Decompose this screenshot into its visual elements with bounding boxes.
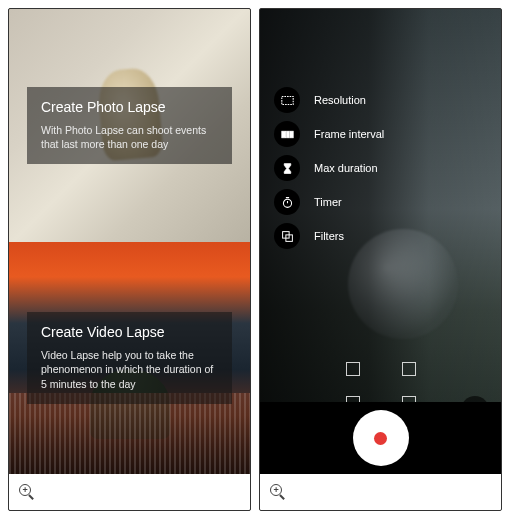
resolution-icon: [274, 87, 300, 113]
video-lapse-desc: Video Lapse help you to take the phenome…: [41, 348, 218, 392]
settings-label: Max duration: [314, 162, 378, 174]
right-footer: +: [260, 474, 501, 510]
svg-rect-0: [281, 96, 292, 104]
frame-interval-icon: [274, 121, 300, 147]
settings-label: Timer: [314, 196, 342, 208]
settings-label: Frame interval: [314, 128, 384, 140]
svg-rect-2: [286, 131, 288, 138]
hourglass-icon: [274, 155, 300, 181]
settings-item-resolution[interactable]: Resolution: [274, 87, 384, 113]
settings-item-filters[interactable]: Filters: [274, 223, 384, 249]
record-button[interactable]: [353, 410, 409, 466]
timer-icon: [274, 189, 300, 215]
settings-item-frame-interval[interactable]: Frame interval: [274, 121, 384, 147]
left-footer: +: [9, 474, 250, 510]
zoom-in-icon[interactable]: +: [17, 482, 37, 502]
photo-lapse-overlay: Create Photo Lapse With Photo Lapse can …: [27, 87, 232, 164]
filters-icon: [274, 223, 300, 249]
mode-select-screen: Create Photo Lapse With Photo Lapse can …: [8, 8, 251, 511]
svg-rect-1: [281, 131, 285, 138]
camera-screen: Resolution Frame interval Max duration T…: [259, 8, 502, 511]
photo-lapse-title: Create Photo Lapse: [41, 99, 218, 115]
photo-lapse-card[interactable]: Create Photo Lapse With Photo Lapse can …: [9, 9, 250, 242]
settings-label: Resolution: [314, 94, 366, 106]
svg-rect-3: [289, 131, 292, 138]
record-bar: [260, 402, 501, 474]
settings-list: Resolution Frame interval Max duration T…: [274, 87, 384, 249]
settings-item-timer[interactable]: Timer: [274, 189, 384, 215]
photo-lapse-desc: With Photo Lapse can shoot events that l…: [41, 123, 218, 152]
video-lapse-title: Create Video Lapse: [41, 324, 218, 340]
settings-label: Filters: [314, 230, 344, 242]
zoom-in-icon[interactable]: +: [268, 482, 288, 502]
video-lapse-card[interactable]: Create Video Lapse Video Lapse help you …: [9, 242, 250, 475]
settings-item-max-duration[interactable]: Max duration: [274, 155, 384, 181]
video-lapse-overlay: Create Video Lapse Video Lapse help you …: [27, 312, 232, 404]
